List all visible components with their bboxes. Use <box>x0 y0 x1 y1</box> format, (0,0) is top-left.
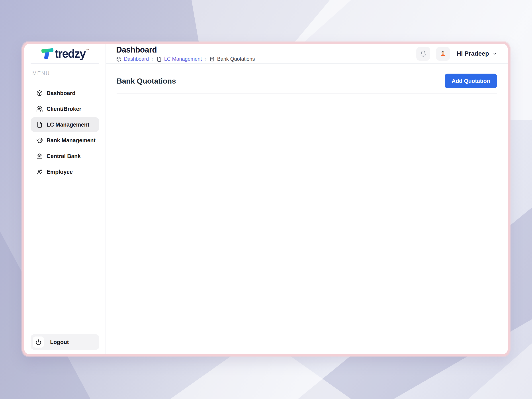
user-greeting: Hi Pradeep <box>457 50 489 57</box>
breadcrumb-link-lc-management[interactable]: LC Management <box>164 56 202 62</box>
app-window: tredzy ™ MENU Dashboard Client/Broker <box>22 42 510 356</box>
avatar-image <box>440 50 446 57</box>
cube-icon <box>116 57 121 62</box>
bell-icon <box>420 50 426 57</box>
main-area: Dashboard Dashboard › LC Management › <box>106 44 508 354</box>
logout-label: Logout <box>50 339 69 345</box>
document-icon <box>209 57 215 62</box>
breadcrumb-separator: › <box>205 56 207 62</box>
tredzy-logo-icon <box>41 47 55 60</box>
file-icon <box>36 121 43 128</box>
piggy-bank-icon <box>36 137 43 144</box>
table-divider <box>117 101 497 101</box>
app-logo: tredzy ™ <box>24 44 106 63</box>
sidebar-item-client-broker[interactable]: Client/Broker <box>31 101 99 116</box>
sidebar-item-lc-management[interactable]: LC Management <box>31 117 99 132</box>
sidebar: tredzy ™ MENU Dashboard Client/Broker <box>24 44 106 354</box>
users-icon <box>36 169 43 175</box>
sidebar-item-central-bank[interactable]: Central Bank <box>31 149 99 163</box>
sidebar-item-label: Central Bank <box>47 153 81 159</box>
sidebar-item-label: LC Management <box>47 121 89 128</box>
trademark-symbol: ™ <box>86 48 89 52</box>
sidebar-item-dashboard[interactable]: Dashboard <box>31 86 99 101</box>
breadcrumb: Dashboard › LC Management › Bank Quotati… <box>116 56 255 62</box>
sidebar-item-bank-management[interactable]: Bank Management <box>31 133 99 148</box>
sidebar-item-label: Client/Broker <box>47 106 81 112</box>
avatar[interactable] <box>436 47 450 61</box>
logout-button[interactable]: Logout <box>31 334 99 350</box>
content-panel: Bank Quotations Add Quotation <box>106 64 508 354</box>
sidebar-divider <box>31 63 99 64</box>
table-divider <box>117 93 497 94</box>
bank-icon <box>36 153 43 159</box>
cube-icon <box>36 90 43 96</box>
notifications-button[interactable] <box>416 47 430 61</box>
breadcrumb-separator: › <box>152 56 154 62</box>
sidebar-item-label: Dashboard <box>47 90 76 96</box>
breadcrumb-current: Bank Quotations <box>217 56 255 62</box>
page-title: Dashboard <box>116 45 255 55</box>
users-icon <box>36 106 43 112</box>
add-quotation-button[interactable]: Add Quotation <box>445 74 497 88</box>
section-title: Bank Quotations <box>117 77 176 85</box>
power-icon <box>33 336 44 348</box>
sidebar-item-label: Bank Management <box>47 137 95 144</box>
sidebar-item-employee[interactable]: Employee <box>31 165 99 179</box>
top-bar: Dashboard Dashboard › LC Management › <box>106 44 508 64</box>
file-icon <box>157 57 162 62</box>
sidebar-item-label: Employee <box>47 169 73 175</box>
breadcrumb-link-dashboard[interactable]: Dashboard <box>124 56 149 62</box>
user-menu[interactable]: Hi Pradeep <box>457 50 497 57</box>
logo-wordmark: tredzy <box>55 47 85 60</box>
sidebar-menu: Dashboard Client/Broker LC Management Ba… <box>24 86 106 179</box>
menu-section-label: MENU <box>32 70 106 76</box>
chevron-down-icon <box>492 51 497 56</box>
